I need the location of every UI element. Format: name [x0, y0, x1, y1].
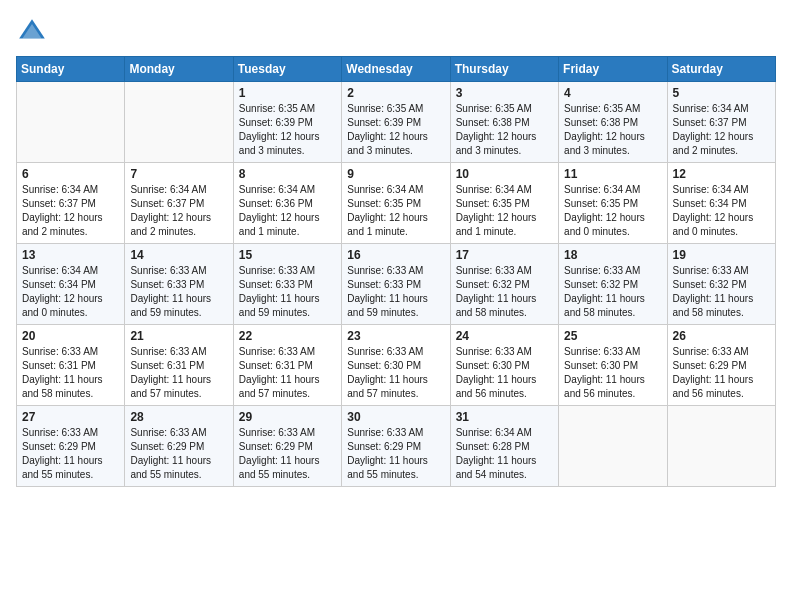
day-cell: 7Sunrise: 6:34 AM Sunset: 6:37 PM Daylig… — [125, 163, 233, 244]
day-detail: Sunrise: 6:33 AM Sunset: 6:32 PM Dayligh… — [564, 264, 661, 320]
day-cell — [559, 406, 667, 487]
day-number: 26 — [673, 329, 770, 343]
day-detail: Sunrise: 6:34 AM Sunset: 6:28 PM Dayligh… — [456, 426, 553, 482]
logo-icon — [16, 16, 48, 48]
day-detail: Sunrise: 6:33 AM Sunset: 6:33 PM Dayligh… — [347, 264, 444, 320]
header-monday: Monday — [125, 57, 233, 82]
day-detail: Sunrise: 6:34 AM Sunset: 6:34 PM Dayligh… — [22, 264, 119, 320]
day-number: 19 — [673, 248, 770, 262]
header-tuesday: Tuesday — [233, 57, 341, 82]
day-detail: Sunrise: 6:34 AM Sunset: 6:35 PM Dayligh… — [564, 183, 661, 239]
day-detail: Sunrise: 6:33 AM Sunset: 6:29 PM Dayligh… — [22, 426, 119, 482]
day-detail: Sunrise: 6:33 AM Sunset: 6:31 PM Dayligh… — [239, 345, 336, 401]
header-saturday: Saturday — [667, 57, 775, 82]
day-cell — [125, 82, 233, 163]
day-cell: 24Sunrise: 6:33 AM Sunset: 6:30 PM Dayli… — [450, 325, 558, 406]
day-detail: Sunrise: 6:33 AM Sunset: 6:30 PM Dayligh… — [564, 345, 661, 401]
day-detail: Sunrise: 6:33 AM Sunset: 6:31 PM Dayligh… — [130, 345, 227, 401]
day-detail: Sunrise: 6:34 AM Sunset: 6:35 PM Dayligh… — [456, 183, 553, 239]
day-cell: 15Sunrise: 6:33 AM Sunset: 6:33 PM Dayli… — [233, 244, 341, 325]
week-row-4: 27Sunrise: 6:33 AM Sunset: 6:29 PM Dayli… — [17, 406, 776, 487]
day-detail: Sunrise: 6:34 AM Sunset: 6:37 PM Dayligh… — [22, 183, 119, 239]
day-number: 18 — [564, 248, 661, 262]
day-detail: Sunrise: 6:33 AM Sunset: 6:32 PM Dayligh… — [673, 264, 770, 320]
day-cell: 12Sunrise: 6:34 AM Sunset: 6:34 PM Dayli… — [667, 163, 775, 244]
day-number: 6 — [22, 167, 119, 181]
day-detail: Sunrise: 6:34 AM Sunset: 6:34 PM Dayligh… — [673, 183, 770, 239]
day-cell: 9Sunrise: 6:34 AM Sunset: 6:35 PM Daylig… — [342, 163, 450, 244]
day-cell: 20Sunrise: 6:33 AM Sunset: 6:31 PM Dayli… — [17, 325, 125, 406]
day-number: 12 — [673, 167, 770, 181]
day-number: 15 — [239, 248, 336, 262]
day-detail: Sunrise: 6:35 AM Sunset: 6:39 PM Dayligh… — [239, 102, 336, 158]
day-cell: 19Sunrise: 6:33 AM Sunset: 6:32 PM Dayli… — [667, 244, 775, 325]
day-cell: 25Sunrise: 6:33 AM Sunset: 6:30 PM Dayli… — [559, 325, 667, 406]
day-number: 17 — [456, 248, 553, 262]
day-cell: 17Sunrise: 6:33 AM Sunset: 6:32 PM Dayli… — [450, 244, 558, 325]
day-cell: 31Sunrise: 6:34 AM Sunset: 6:28 PM Dayli… — [450, 406, 558, 487]
day-detail: Sunrise: 6:33 AM Sunset: 6:30 PM Dayligh… — [347, 345, 444, 401]
day-number: 8 — [239, 167, 336, 181]
day-cell: 3Sunrise: 6:35 AM Sunset: 6:38 PM Daylig… — [450, 82, 558, 163]
day-detail: Sunrise: 6:35 AM Sunset: 6:38 PM Dayligh… — [564, 102, 661, 158]
day-number: 7 — [130, 167, 227, 181]
day-number: 3 — [456, 86, 553, 100]
day-number: 5 — [673, 86, 770, 100]
day-cell: 22Sunrise: 6:33 AM Sunset: 6:31 PM Dayli… — [233, 325, 341, 406]
day-detail: Sunrise: 6:33 AM Sunset: 6:32 PM Dayligh… — [456, 264, 553, 320]
day-cell: 2Sunrise: 6:35 AM Sunset: 6:39 PM Daylig… — [342, 82, 450, 163]
day-number: 23 — [347, 329, 444, 343]
header-thursday: Thursday — [450, 57, 558, 82]
day-cell: 18Sunrise: 6:33 AM Sunset: 6:32 PM Dayli… — [559, 244, 667, 325]
day-number: 28 — [130, 410, 227, 424]
week-row-3: 20Sunrise: 6:33 AM Sunset: 6:31 PM Dayli… — [17, 325, 776, 406]
day-number: 11 — [564, 167, 661, 181]
week-row-2: 13Sunrise: 6:34 AM Sunset: 6:34 PM Dayli… — [17, 244, 776, 325]
day-cell: 1Sunrise: 6:35 AM Sunset: 6:39 PM Daylig… — [233, 82, 341, 163]
day-number: 20 — [22, 329, 119, 343]
day-cell: 4Sunrise: 6:35 AM Sunset: 6:38 PM Daylig… — [559, 82, 667, 163]
day-cell: 5Sunrise: 6:34 AM Sunset: 6:37 PM Daylig… — [667, 82, 775, 163]
day-number: 25 — [564, 329, 661, 343]
day-detail: Sunrise: 6:33 AM Sunset: 6:29 PM Dayligh… — [347, 426, 444, 482]
day-cell: 13Sunrise: 6:34 AM Sunset: 6:34 PM Dayli… — [17, 244, 125, 325]
day-detail: Sunrise: 6:33 AM Sunset: 6:33 PM Dayligh… — [239, 264, 336, 320]
day-cell — [17, 82, 125, 163]
header-friday: Friday — [559, 57, 667, 82]
day-number: 21 — [130, 329, 227, 343]
day-cell: 10Sunrise: 6:34 AM Sunset: 6:35 PM Dayli… — [450, 163, 558, 244]
day-detail: Sunrise: 6:34 AM Sunset: 6:37 PM Dayligh… — [673, 102, 770, 158]
day-number: 27 — [22, 410, 119, 424]
day-cell: 27Sunrise: 6:33 AM Sunset: 6:29 PM Dayli… — [17, 406, 125, 487]
day-cell: 14Sunrise: 6:33 AM Sunset: 6:33 PM Dayli… — [125, 244, 233, 325]
day-number: 29 — [239, 410, 336, 424]
day-cell: 30Sunrise: 6:33 AM Sunset: 6:29 PM Dayli… — [342, 406, 450, 487]
week-row-1: 6Sunrise: 6:34 AM Sunset: 6:37 PM Daylig… — [17, 163, 776, 244]
day-number: 31 — [456, 410, 553, 424]
day-cell: 26Sunrise: 6:33 AM Sunset: 6:29 PM Dayli… — [667, 325, 775, 406]
day-number: 14 — [130, 248, 227, 262]
logo — [16, 16, 52, 48]
day-number: 10 — [456, 167, 553, 181]
day-cell: 28Sunrise: 6:33 AM Sunset: 6:29 PM Dayli… — [125, 406, 233, 487]
day-detail: Sunrise: 6:33 AM Sunset: 6:31 PM Dayligh… — [22, 345, 119, 401]
day-detail: Sunrise: 6:34 AM Sunset: 6:36 PM Dayligh… — [239, 183, 336, 239]
day-cell: 29Sunrise: 6:33 AM Sunset: 6:29 PM Dayli… — [233, 406, 341, 487]
day-detail: Sunrise: 6:33 AM Sunset: 6:33 PM Dayligh… — [130, 264, 227, 320]
page-header — [16, 16, 776, 48]
day-cell: 21Sunrise: 6:33 AM Sunset: 6:31 PM Dayli… — [125, 325, 233, 406]
calendar-table: SundayMondayTuesdayWednesdayThursdayFrid… — [16, 56, 776, 487]
day-number: 1 — [239, 86, 336, 100]
day-number: 30 — [347, 410, 444, 424]
day-detail: Sunrise: 6:33 AM Sunset: 6:29 PM Dayligh… — [239, 426, 336, 482]
header-sunday: Sunday — [17, 57, 125, 82]
day-cell: 11Sunrise: 6:34 AM Sunset: 6:35 PM Dayli… — [559, 163, 667, 244]
day-number: 22 — [239, 329, 336, 343]
day-detail: Sunrise: 6:34 AM Sunset: 6:35 PM Dayligh… — [347, 183, 444, 239]
day-detail: Sunrise: 6:35 AM Sunset: 6:38 PM Dayligh… — [456, 102, 553, 158]
header-wednesday: Wednesday — [342, 57, 450, 82]
day-number: 2 — [347, 86, 444, 100]
day-cell: 23Sunrise: 6:33 AM Sunset: 6:30 PM Dayli… — [342, 325, 450, 406]
day-cell: 8Sunrise: 6:34 AM Sunset: 6:36 PM Daylig… — [233, 163, 341, 244]
day-number: 4 — [564, 86, 661, 100]
